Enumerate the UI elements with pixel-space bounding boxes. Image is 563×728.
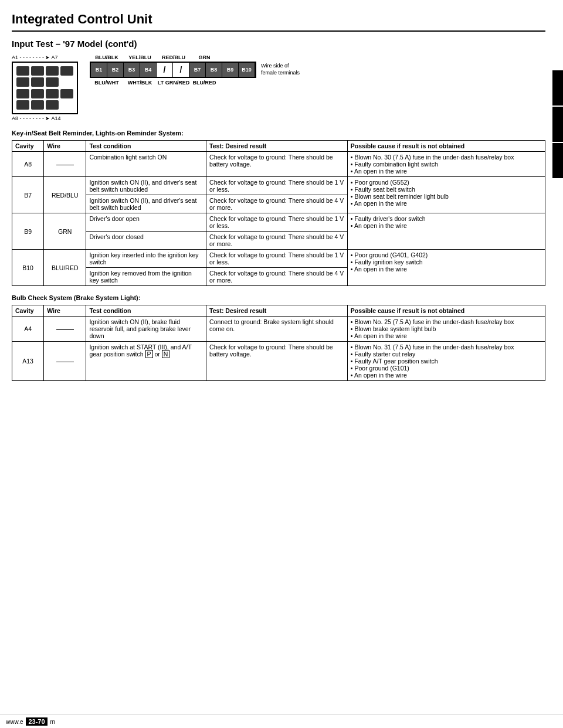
left-connector-diagram bbox=[12, 62, 78, 114]
key-seat-section-title: Key-in/Seat Belt Reminder, Lights-on Rem… bbox=[12, 130, 545, 137]
terminal-slash1: / bbox=[157, 63, 173, 77]
cell-cavity-b10: B10 bbox=[12, 250, 44, 286]
terminal-b7: B7 bbox=[189, 63, 206, 77]
th2-possible: Possible cause if result is not obtained bbox=[347, 305, 545, 317]
wire-label-whtblk: WHT/BLK bbox=[124, 80, 156, 86]
cell-wire-b9: GRN bbox=[44, 213, 86, 250]
cell-desired-a8-1: Check for voltage to ground: There shoul… bbox=[206, 152, 348, 177]
th2-desired: Test: Desired result bbox=[206, 305, 348, 317]
table-row: B7 RED/BLU Ignition switch ON (II), and … bbox=[12, 177, 545, 195]
diagram-section: A1 - - - - - - - - ➤ A7 bbox=[12, 55, 545, 121]
cell-test-b9-2: Driver's door closed bbox=[86, 232, 206, 250]
terminal-b3: B3 bbox=[124, 63, 140, 77]
footer: www.e 23-70 m bbox=[0, 715, 563, 728]
wire-label-bluwht: BLU/WHT bbox=[90, 80, 124, 86]
cell-test-b7-1: Ignition switch ON (II), and driver's se… bbox=[86, 177, 206, 195]
th-possible: Possible cause if result is not obtained bbox=[347, 141, 545, 152]
key-seat-table: Cavity Wire Test condition Test: Desired… bbox=[12, 140, 545, 286]
terminal-pins-row: B1 B2 B3 B4 / / B7 B8 B9 B10 bbox=[90, 62, 256, 78]
terminal-b4: B4 bbox=[140, 63, 157, 77]
cell-wire-b7: RED/BLU bbox=[44, 177, 86, 213]
bulb-check-table: Cavity Wire Test condition Test: Desired… bbox=[12, 305, 545, 381]
pin bbox=[16, 77, 29, 87]
title-divider bbox=[12, 30, 545, 32]
page-title: Integrated Control Unit bbox=[12, 12, 545, 27]
cell-possible-b7: Poor ground (G552) Faulty seat belt swit… bbox=[347, 177, 545, 213]
terminal-slash2: / bbox=[173, 63, 189, 77]
pin bbox=[46, 89, 59, 98]
tab-2 bbox=[552, 107, 563, 142]
wire-label-blured: BLU/RED bbox=[191, 80, 218, 86]
wire-label-yelblu: YEL/BLU bbox=[124, 55, 156, 60]
table-row: A13 Ignition switch at START (III), and … bbox=[12, 342, 545, 381]
cell-possible-a13: Blown No. 31 (7.5 A) fuse in the under-d… bbox=[347, 342, 545, 381]
right-side-tabs bbox=[552, 70, 563, 178]
wire-label-blublk: BLU/BLK bbox=[90, 55, 124, 60]
pin bbox=[60, 89, 73, 98]
bulb-check-section-title: Bulb Check System (Brake System Light): bbox=[12, 294, 545, 301]
pin bbox=[60, 66, 73, 76]
pin bbox=[46, 66, 59, 76]
table-header-row: Cavity Wire Test condition Test: Desired… bbox=[12, 141, 545, 152]
th-desired: Test: Desired result bbox=[206, 141, 348, 152]
terminal-b1: B1 bbox=[91, 63, 107, 77]
pin bbox=[31, 77, 44, 87]
pin bbox=[46, 100, 59, 110]
tab-3 bbox=[552, 143, 563, 178]
page-number: 23-70 bbox=[26, 717, 47, 726]
cell-desired-b10-2: Check for voltage to ground: There shoul… bbox=[206, 268, 348, 286]
table-row: B10 BLU/RED Ignition key inserted into t… bbox=[12, 250, 545, 268]
right-connector: BLU/BLK YEL/BLU RED/BLU GRN B1 B2 B3 B4 … bbox=[90, 55, 300, 86]
cell-desired-b10-1: Check for voltage to ground: There shoul… bbox=[206, 250, 348, 268]
a1-label: A1 - - - - - - - - ➤ A7 bbox=[12, 55, 78, 60]
th2-cavity: Cavity bbox=[12, 305, 44, 317]
terminal-diagram-row: B1 B2 B3 B4 / / B7 B8 B9 B10 Wire side o… bbox=[90, 62, 300, 78]
cell-cavity-a8: A8 bbox=[12, 152, 44, 177]
table-header-row-2: Cavity Wire Test condition Test: Desired… bbox=[12, 305, 545, 317]
cell-test-a13: Ignition switch at START (III), and A/T … bbox=[86, 342, 206, 381]
cell-test-b10-2: Ignition key removed from the ignition k… bbox=[86, 268, 206, 286]
terminal-b2: B2 bbox=[107, 63, 124, 77]
wire-labels-bottom: BLU/WHT WHT/BLK LT GRN/RED BLU/RED bbox=[90, 80, 218, 86]
cell-cavity-a13: A13 bbox=[12, 342, 44, 381]
cell-desired-b9-2: Check for voltage to ground: There shoul… bbox=[206, 232, 348, 250]
wire-labels-top: BLU/BLK YEL/BLU RED/BLU GRN bbox=[90, 55, 218, 60]
th2-test: Test condition bbox=[86, 305, 206, 317]
cell-possible-a8-1: Blown No. 30 (7.5 A) fuse in the under-d… bbox=[347, 152, 545, 177]
terminal-b8: B8 bbox=[206, 63, 222, 77]
cell-wire-b10: BLU/RED bbox=[44, 250, 86, 286]
th2-wire: Wire bbox=[44, 305, 86, 317]
cell-wire-a8 bbox=[44, 152, 86, 177]
cell-cavity-a4: A4 bbox=[12, 317, 44, 342]
connector-grid-top bbox=[16, 66, 73, 87]
cell-test-a4: Ignition switch ON (II), brake fluid res… bbox=[86, 317, 206, 342]
th-test: Test condition bbox=[86, 141, 206, 152]
pin bbox=[46, 77, 59, 87]
pin bbox=[16, 100, 29, 110]
cell-desired-b7-1: Check for voltage to ground: There shoul… bbox=[206, 177, 348, 195]
cell-desired-b7-2: Check for voltage to ground: There shoul… bbox=[206, 195, 348, 213]
cell-wire-a13 bbox=[44, 342, 86, 381]
table-row: A4 Ignition switch ON (II), brake fluid … bbox=[12, 317, 545, 342]
cell-possible-a4: Blown No. 25 (7.5 A) fuse in the under-d… bbox=[347, 317, 545, 342]
tab-1 bbox=[552, 70, 563, 106]
pin bbox=[16, 89, 29, 98]
left-connector: A1 - - - - - - - - ➤ A7 bbox=[12, 55, 78, 121]
cell-test-a8-1: Combination light switch ON bbox=[86, 152, 206, 177]
cell-possible-b9: Faulty driver's door switch An open in t… bbox=[347, 213, 545, 250]
pin-empty bbox=[60, 77, 73, 87]
cell-desired-b9-1: Check for voltage to ground: There shoul… bbox=[206, 213, 348, 232]
wire-label-redblu: RED/BLU bbox=[156, 55, 191, 60]
footer-website-prefix: www.e bbox=[6, 719, 23, 725]
wire-label-ltgrnred: LT GRN/RED bbox=[156, 80, 191, 86]
cell-cavity-b9: B9 bbox=[12, 213, 44, 250]
cell-possible-b10: Poor ground (G401, G402) Faulty ignition… bbox=[347, 250, 545, 286]
cell-cavity-b7: B7 bbox=[12, 177, 44, 213]
pin bbox=[31, 100, 44, 110]
terminal-b9: B9 bbox=[222, 63, 239, 77]
th-cavity: Cavity bbox=[12, 141, 44, 152]
footer-website-suffix: m bbox=[50, 719, 55, 725]
cell-test-b7-2: Ignition switch ON (II), and driver's se… bbox=[86, 195, 206, 213]
pin bbox=[31, 89, 44, 98]
pin bbox=[31, 66, 44, 76]
